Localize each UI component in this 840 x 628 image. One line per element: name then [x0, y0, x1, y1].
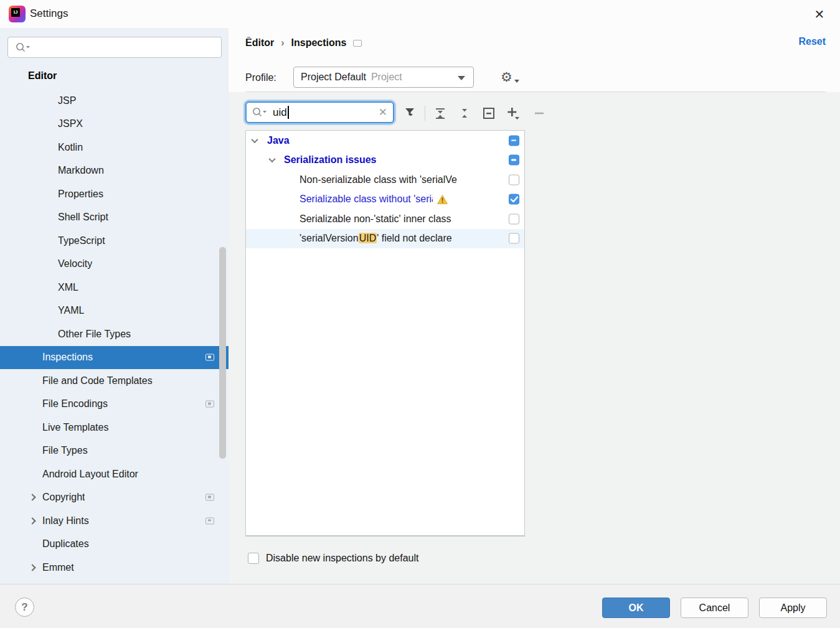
collapse-all-icon[interactable]: [456, 105, 473, 122]
chevron-right-icon[interactable]: [29, 564, 35, 571]
window-title: Settings: [30, 7, 68, 20]
title-bar: IJ Settings ✕: [0, 0, 840, 28]
breadcrumb-separator-icon: ›: [281, 37, 284, 49]
disable-new-inspections-checkbox[interactable]: [248, 553, 259, 564]
sidebar-scrollbar[interactable]: [219, 247, 226, 459]
sidebar-item-shell-script[interactable]: Shell Script: [0, 206, 229, 230]
add-inspection-icon[interactable]: [505, 105, 522, 122]
sidebar-item-list: JSP JSPX Kotlin Markdown Properties Shel…: [0, 89, 229, 579]
chevron-right-icon[interactable]: [29, 517, 35, 524]
toolbar-divider: [425, 106, 425, 121]
settings-sidebar: Editor JSP JSPX Kotlin Markdown Properti…: [0, 28, 229, 584]
clear-search-icon[interactable]: ✕: [379, 106, 387, 119]
remove-inspection-icon[interactable]: [531, 105, 548, 122]
sidebar-item-yaml[interactable]: YAML: [0, 299, 229, 323]
sidebar-item-typescript[interactable]: TypeScript: [0, 229, 229, 253]
breadcrumb: Editor › Inspections: [245, 35, 362, 50]
checkbox-indeterminate[interactable]: [509, 135, 519, 146]
sidebar-item-xml[interactable]: XML: [0, 276, 229, 299]
filter-icon[interactable]: [402, 105, 420, 122]
per-project-settings-icon: [205, 517, 214, 524]
reset-link[interactable]: Reset: [798, 36, 826, 47]
chevron-down-icon: [514, 80, 519, 83]
checkbox-indeterminate[interactable]: [509, 155, 519, 166]
disable-new-inspections-label: Disable new inspections by default: [266, 553, 418, 564]
sidebar-search-field[interactable]: [7, 37, 222, 58]
sidebar-item-emmet[interactable]: Emmet: [0, 556, 229, 579]
sidebar-item-duplicates[interactable]: Duplicates: [0, 533, 229, 556]
inspections-tree: Java Serialization issues Non-serializab…: [245, 130, 525, 537]
checkbox-unchecked[interactable]: [509, 233, 519, 244]
header-divider: [245, 91, 826, 92]
text-cursor: [288, 106, 289, 119]
tree-row-non-serializable-class[interactable]: Non-serializable class with 'serialVe: [246, 170, 524, 190]
per-project-settings-icon: [205, 494, 214, 501]
tree-row-serialization-issues[interactable]: Serialization issues: [246, 151, 524, 171]
disable-new-inspections-row: Disable new inspections by default: [248, 553, 418, 564]
tree-row-java[interactable]: Java: [246, 131, 524, 151]
checkbox-unchecked[interactable]: [509, 174, 519, 185]
apply-button[interactable]: Apply: [759, 598, 827, 618]
per-project-settings-icon: [205, 354, 214, 361]
checkbox-checked[interactable]: [509, 194, 519, 205]
profile-label: Profile:: [245, 72, 276, 83]
help-icon[interactable]: ?: [15, 598, 34, 617]
inspection-search-value: uid: [273, 106, 287, 119]
breadcrumb-inspections: Inspections: [291, 37, 347, 49]
sidebar-section-editor: Editor: [28, 70, 57, 82]
checkbox-unchecked[interactable]: [509, 213, 519, 224]
tree-row-serializable-non-static[interactable]: Serializable non-'static' inner class: [246, 209, 524, 229]
gear-icon: ⚙: [501, 70, 512, 84]
sidebar-item-kotlin[interactable]: Kotlin: [0, 136, 229, 159]
inspections-panel: Editor › Inspections Reset Profile: Proj…: [229, 28, 840, 584]
sidebar-item-inspections[interactable]: Inspections: [0, 346, 229, 370]
reset-inspection-icon[interactable]: [480, 105, 498, 122]
sidebar-item-file-and-code-templates[interactable]: File and Code Templates: [0, 369, 229, 393]
expand-all-icon[interactable]: [432, 105, 449, 122]
inspection-search-field[interactable]: uid ✕: [245, 101, 394, 123]
warning-icon: [437, 195, 448, 204]
close-icon[interactable]: ✕: [810, 5, 829, 24]
sidebar-item-file-encodings[interactable]: File Encodings: [0, 393, 229, 416]
dialog-footer: ? OK Cancel Apply: [0, 584, 840, 628]
search-icon: [252, 107, 268, 118]
search-match-highlight: UID: [359, 233, 377, 243]
breadcrumb-editor[interactable]: Editor: [245, 37, 274, 49]
sidebar-search-input[interactable]: [34, 39, 215, 55]
sidebar-item-velocity[interactable]: Velocity: [0, 253, 229, 276]
ok-button[interactable]: OK: [602, 598, 670, 618]
sidebar-item-live-templates[interactable]: Live Templates: [0, 416, 229, 439]
sidebar-item-properties[interactable]: Properties: [0, 182, 229, 206]
profile-value: Project Default: [301, 72, 366, 83]
intellij-logo-icon: IJ: [9, 6, 26, 22]
sidebar-item-android-layout-editor[interactable]: Android Layout Editor: [0, 462, 229, 486]
sidebar-item-markdown[interactable]: Markdown: [0, 159, 229, 183]
sidebar-item-file-types[interactable]: File Types: [0, 439, 229, 463]
sidebar-item-copyright[interactable]: Copyright: [0, 486, 229, 510]
search-icon: [15, 42, 31, 54]
cancel-button[interactable]: Cancel: [681, 598, 748, 618]
tree-row-serialversionuid[interactable]: 'serialVersionUID' field not declare: [246, 229, 524, 249]
profile-dropdown[interactable]: Project Default Project: [293, 67, 474, 88]
chevron-down-icon: [458, 76, 465, 80]
chevron-right-icon[interactable]: [29, 494, 35, 501]
sidebar-item-other-file-types[interactable]: Other File Types: [0, 322, 229, 346]
sidebar-item-jspx[interactable]: JSPX: [0, 113, 229, 136]
sidebar-item-inlay-hints[interactable]: Inlay Hints: [0, 509, 229, 533]
sidebar-item-jsp[interactable]: JSP: [0, 89, 229, 113]
settings-dialog: IJ Settings ✕ Editor JSP JSPX Kotlin Mar…: [0, 0, 840, 628]
profile-scope: Project: [371, 72, 402, 83]
per-project-settings-icon: [205, 401, 214, 408]
tree-row-serializable-class-without[interactable]: Serializable class without 'serialVer: [246, 190, 524, 210]
profile-actions-button[interactable]: ⚙: [501, 68, 521, 87]
profile-row: Profile: Project Default Project ⚙: [245, 67, 276, 89]
per-project-settings-icon: [353, 40, 362, 47]
